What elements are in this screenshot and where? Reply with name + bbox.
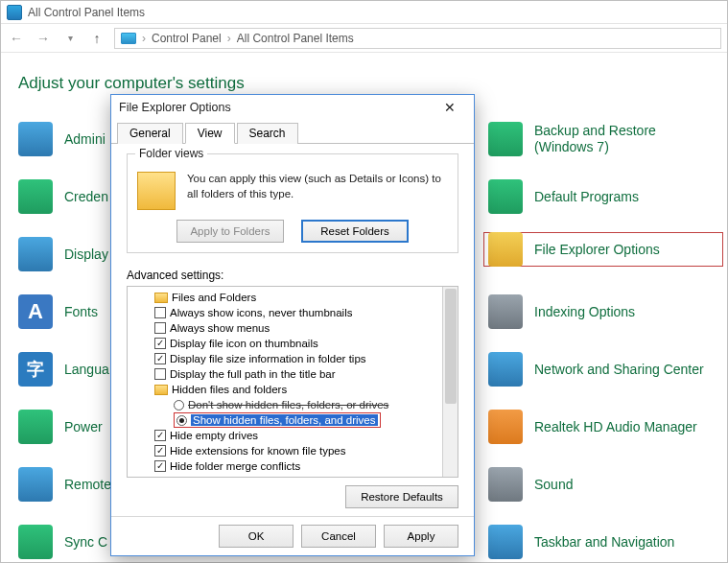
cp-item-label: Admini xyxy=(64,131,106,148)
tree-row[interactable]: ✓Display file icon on thumbnails xyxy=(131,336,458,351)
chevron-right-icon: › xyxy=(227,32,231,45)
folder-icon xyxy=(154,385,168,395)
tree-item-label: Hide empty drives xyxy=(170,430,258,441)
cp-item-sound[interactable]: Sound xyxy=(488,467,718,502)
reset-folders-button[interactable]: Reset Folders xyxy=(301,220,409,243)
tree-item-label: Display the full path in the title bar xyxy=(170,368,336,380)
cp-item-label: Indexing Options xyxy=(534,304,635,320)
checkbox[interactable]: ✓ xyxy=(154,338,166,349)
display-icon xyxy=(18,237,53,271)
tree-row[interactable]: Don't show hidden files, folders, or dri… xyxy=(131,397,458,412)
nav-forward-icon[interactable]: → xyxy=(34,29,53,48)
tab-general[interactable]: General xyxy=(117,123,183,144)
cp-item-realtek-audio[interactable]: Realtek HD Audio Manager xyxy=(488,410,718,444)
admin-tools-icon xyxy=(18,122,53,156)
tree-row[interactable]: Files and Folders xyxy=(131,290,458,305)
tree-row[interactable]: Hidden files and folders xyxy=(131,382,458,397)
checkbox[interactable]: ✓ xyxy=(154,445,166,457)
checkbox[interactable] xyxy=(154,368,166,380)
tree-root-label: Files and Folders xyxy=(172,292,256,303)
sound-icon xyxy=(488,467,523,502)
folder-icon xyxy=(154,293,168,303)
tree-row[interactable]: Always show icons, never thumbnails xyxy=(131,305,458,320)
ok-button[interactable]: OK xyxy=(219,525,294,548)
tree-row[interactable]: Always show menus xyxy=(131,320,458,336)
window-titlebar: All Control Panel Items xyxy=(1,1,727,24)
cp-item-network-sharing[interactable]: Network and Sharing Center xyxy=(488,352,718,387)
cp-item-label: Fonts xyxy=(64,304,98,320)
cp-item-label: Display xyxy=(64,246,108,263)
cancel-button[interactable]: Cancel xyxy=(301,525,376,548)
file-explorer-options-icon xyxy=(488,232,523,267)
tab-view[interactable]: View xyxy=(185,123,235,144)
breadcrumb-icon xyxy=(121,33,136,44)
cp-item-label: Power xyxy=(64,419,103,435)
cp-item-taskbar-nav[interactable]: Taskbar and Navigation xyxy=(488,525,718,559)
cp-item-label: Backup and Restore (Windows 7) xyxy=(534,123,718,155)
tree-item-label: Hide extensions for known file types xyxy=(170,445,345,457)
breadcrumb-item[interactable]: Control Panel xyxy=(152,32,222,45)
close-button[interactable]: ✕ xyxy=(434,98,466,117)
tree-row[interactable]: Show hidden files, folders, and drives xyxy=(131,412,458,428)
realtek-audio-icon xyxy=(488,410,523,444)
apply-button[interactable]: Apply xyxy=(384,525,458,548)
advanced-settings-tree[interactable]: Files and FoldersAlways show icons, neve… xyxy=(127,286,458,478)
file-explorer-options-dialog: File Explorer Options ✕ General View Sea… xyxy=(110,94,475,556)
fonts-icon xyxy=(18,294,53,329)
checkbox[interactable] xyxy=(154,322,166,334)
checkbox[interactable]: ✓ xyxy=(154,460,166,472)
tree-scroll-thumb[interactable] xyxy=(445,289,457,404)
cp-item-backup-restore[interactable]: Backup and Restore (Windows 7) xyxy=(488,122,718,156)
tree-scrollbar[interactable] xyxy=(442,287,458,477)
cp-item-label: Taskbar and Navigation xyxy=(534,534,674,551)
dialog-tabs: General View Search xyxy=(111,120,474,144)
tree-row[interactable]: ✓Hide empty drives xyxy=(131,428,458,443)
apply-to-folders-button[interactable]: Apply to Folders xyxy=(176,220,284,243)
cp-item-label: Realtek HD Audio Manager xyxy=(534,419,697,435)
dialog-body: Folder views You can apply this view (su… xyxy=(111,144,474,516)
cp-item-default-programs[interactable]: Default Programs xyxy=(488,179,718,214)
cp-item-label: Default Programs xyxy=(534,189,639,205)
dialog-title: File Explorer Options xyxy=(119,101,231,114)
remoteapp-icon xyxy=(18,467,53,502)
tree-item-label: Always show menus xyxy=(170,322,270,334)
tree-row[interactable]: ✓Hide extensions for known file types xyxy=(131,443,458,458)
tree-row[interactable]: ✓Display file size information in folder… xyxy=(131,351,458,366)
tab-search[interactable]: Search xyxy=(237,123,298,144)
cp-item-file-explorer-options[interactable]: File Explorer Options xyxy=(483,232,723,267)
tree-item-label: Display file icon on thumbnails xyxy=(170,338,318,349)
breadcrumb[interactable]: › Control Panel › All Control Panel Item… xyxy=(114,28,721,49)
language-icon xyxy=(18,352,53,387)
breadcrumb-item[interactable]: All Control Panel Items xyxy=(237,32,354,45)
tree-item-label: Show hidden files, folders, and drives xyxy=(191,414,378,426)
cp-item-label: Network and Sharing Center xyxy=(534,362,704,378)
cp-item-label: Creden xyxy=(64,189,108,205)
taskbar-nav-icon xyxy=(488,525,523,559)
cp-item-label: Langua xyxy=(64,362,109,378)
checkbox[interactable]: ✓ xyxy=(154,430,166,441)
tree-item-label: Always show icons, never thumbnails xyxy=(170,307,352,318)
cp-item-label: File Explorer Options xyxy=(534,242,660,258)
tree-row[interactable]: ✓Hide folder merge conflicts xyxy=(131,458,458,474)
nav-recent-icon[interactable]: ▾ xyxy=(60,29,80,48)
tree-row[interactable]: Display the full path in the title bar xyxy=(131,366,458,382)
tree-item-label: Hide folder merge conflicts xyxy=(170,460,300,472)
window-title: All Control Panel Items xyxy=(28,6,145,19)
radio[interactable] xyxy=(176,415,187,426)
nav-bar: ← → ▾ ↑ › Control Panel › All Control Pa… xyxy=(1,24,727,53)
indexing-options-icon xyxy=(488,294,523,329)
nav-up-icon[interactable]: ↑ xyxy=(87,29,106,48)
checkbox[interactable] xyxy=(154,307,166,318)
dialog-titlebar: File Explorer Options ✕ xyxy=(111,95,474,120)
tree-item-label: Hidden files and folders xyxy=(172,384,287,395)
tree-item-label: Don't show hidden files, folders, or dri… xyxy=(188,399,388,411)
credential-manager-icon xyxy=(18,179,53,214)
radio[interactable] xyxy=(174,400,184,411)
cp-item-indexing-options[interactable]: Indexing Options xyxy=(488,294,718,329)
checkbox[interactable]: ✓ xyxy=(154,353,166,364)
folder-views-legend: Folder views xyxy=(135,147,207,160)
restore-defaults-button[interactable]: Restore Defaults xyxy=(345,485,458,508)
folder-views-group: Folder views You can apply this view (su… xyxy=(127,153,458,253)
cp-item-label: Sound xyxy=(534,477,573,493)
nav-back-icon[interactable]: ← xyxy=(7,29,26,48)
